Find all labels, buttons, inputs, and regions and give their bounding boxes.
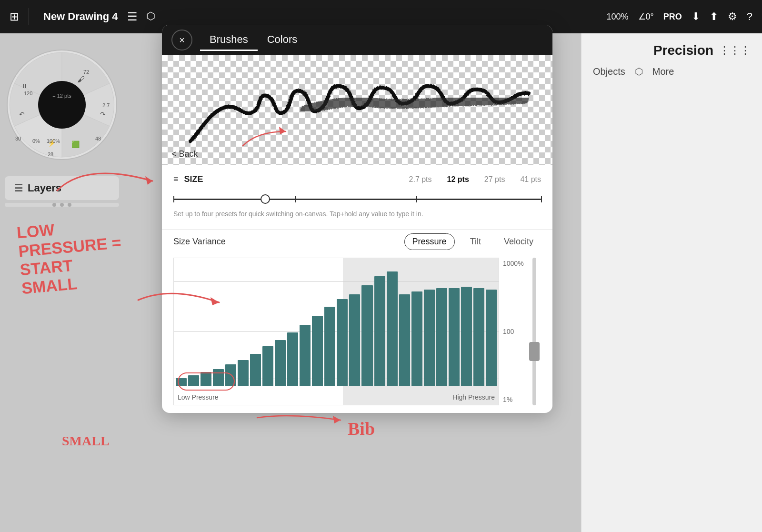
chart-bar-24 [473,288,484,386]
variance-tab-tilt[interactable]: Tilt [462,234,489,250]
svg-text:↶: ↶ [19,110,25,118]
bib-arrow [252,403,348,432]
y-label-bot: 1% [503,396,524,403]
left-area: = 12 pts 72 2.7 48 28 30 120 🖌 ↶ ↷ ⚡ 🟩 ⏸… [0,33,133,532]
slider-thumb[interactable] [261,194,270,204]
svg-marker-17 [145,176,152,185]
annotation-main-arrow [133,276,229,324]
size-preset-2[interactable]: 12 pts [447,175,469,184]
v-track [532,258,536,405]
chart-bar-6 [250,354,261,386]
svg-text:0%: 0% [32,138,40,144]
svg-text:🖌: 🖌 [77,75,85,83]
svg-text:↷: ↷ [100,110,106,118]
chart-bar-3 [213,369,224,386]
brush-stroke-preview [162,55,552,165]
chart-bar-23 [461,287,472,386]
size-icon: ≡ [173,174,179,184]
radial-menu-svg: = 12 pts 72 2.7 48 28 30 120 🖌 ↶ ↷ ⚡ 🟩 ⏸… [5,48,119,162]
chart-labels: Low Pressure High Pressure [174,393,499,401]
size-slider[interactable] [173,192,541,206]
chart-bar-0 [176,378,187,386]
svg-text:2.7: 2.7 [102,102,110,108]
right-panel-grid-icon[interactable]: ⋮⋮⋮ [719,44,751,57]
variance-tabs: Pressure Tilt Velocity [404,233,541,250]
chart-bar-20 [424,290,435,386]
size-preset-1[interactable]: 2.7 pts [409,175,432,184]
chart-bar-4 [225,364,236,386]
chart-bar-2 [201,372,211,386]
size-preset-4[interactable]: 41 pts [520,175,541,184]
preview-arrow-svg [238,112,295,151]
variance-label: Size Variance [173,237,226,247]
chart-bar-12 [324,307,335,386]
dialog-close-button[interactable]: × [171,30,192,50]
tab-brushes[interactable]: Brushes [200,30,258,51]
chart-bar-15 [361,285,372,386]
chart-bar-11 [312,316,323,386]
brush-preview-area: < Back [162,55,552,165]
chart-bar-9 [287,332,298,386]
slider-track [173,199,541,200]
svg-marker-20 [333,416,341,423]
chart-y-axis: 1000% 100 1% [499,258,528,405]
chart-bar-8 [275,340,286,386]
x-label-high: High Pressure [452,393,495,401]
chart-bar-16 [374,276,385,386]
share-icon[interactable]: ⬆ [710,10,718,23]
right-panel-header: Precision ⋮⋮⋮ [582,33,762,58]
svg-text:⏸: ⏸ [21,82,28,90]
back-button[interactable]: < Back [171,149,198,159]
chart-bar-14 [349,294,360,386]
top-bar-left: ⊞ New Drawing 4 [10,8,118,25]
tab-colors[interactable]: Colors [258,30,307,51]
brush-edit-icon[interactable]: ⬡ [146,10,155,23]
dialog-header: × Brushes Colors [162,25,552,55]
svg-text:120: 120 [24,90,32,96]
brushes-dialog: × Brushes Colors [162,25,552,413]
size-preset-3[interactable]: 27 pts [484,175,505,184]
svg-text:30: 30 [15,136,21,141]
objects-label[interactable]: Objects [593,66,625,77]
svg-text:= 12 pts: = 12 pts [52,93,71,99]
annotation-small: SMALL [62,433,110,449]
chart-bar-7 [262,346,273,386]
right-panel-sub: Objects ⬡ More [582,58,762,85]
right-panel-title: Precision [653,43,713,58]
svg-point-1 [38,81,86,129]
y-label-mid: 100 [503,328,524,335]
svg-text:48: 48 [95,136,101,141]
bib-annotation: Bib [348,418,375,439]
v-thumb[interactable] [529,342,540,361]
size-hint: Set up to four presets for quick switchi… [173,210,541,218]
size-presets: 2.7 pts 12 pts 27 pts 41 pts [409,175,541,184]
svg-text:🟩: 🟩 [71,141,80,149]
pro-badge: PRO [663,12,682,22]
chart-bar-22 [449,288,460,386]
layers-menu-icon: ☰ [14,182,23,194]
zoom-level[interactable]: 100% [606,12,628,22]
menu-icon[interactable]: ☰ [127,10,138,23]
more-label[interactable]: More [652,66,674,77]
objects-icon[interactable]: ⬡ [635,66,643,77]
variance-tab-velocity[interactable]: Velocity [496,234,541,250]
chart-bar-25 [486,290,497,386]
variance-header: Size Variance Pressure Tilt Velocity [173,233,541,250]
chart-bar-19 [411,291,422,386]
x-label-low: Low Pressure [178,393,219,401]
document-title: New Drawing 4 [43,10,118,23]
svg-text:100%: 100% [47,138,60,144]
grid-icon[interactable]: ⊞ [10,10,19,23]
annotation-low-pressure: LOWPRESSURE =STARTSMALL [16,215,125,298]
download-icon[interactable]: ⬇ [692,10,700,23]
chart-bar-18 [399,294,410,386]
settings-icon[interactable]: ⚙ [728,10,737,23]
annotation-arrow-1 [48,152,171,210]
close-icon: × [179,35,185,46]
chart-bar-1 [188,375,199,386]
tick-3 [416,196,417,202]
angle-value: ∠0° [638,11,654,22]
variance-tab-pressure[interactable]: Pressure [404,233,455,250]
help-icon[interactable]: ? [747,10,752,23]
vertical-slider[interactable] [528,258,541,405]
